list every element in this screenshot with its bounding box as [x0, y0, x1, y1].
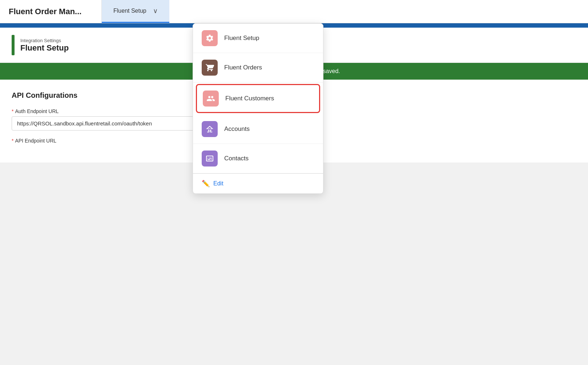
dropdown-item-fluent-orders[interactable]: Fluent Orders	[193, 53, 323, 83]
nav-item-label: Fluent Setup	[113, 8, 146, 14]
page-wrapper: Fluent Order Man... Fluent Setup ∨ Integ…	[0, 0, 588, 163]
accounts-label: Accounts	[224, 125, 250, 133]
card-icon	[202, 151, 218, 167]
fluent-setup-nav[interactable]: Fluent Setup ∨	[102, 0, 169, 23]
required-star-2: *	[12, 138, 13, 144]
dropdown-item-fluent-setup[interactable]: Fluent Setup	[193, 24, 323, 53]
person-group-icon	[203, 91, 219, 107]
dropdown-item-contacts[interactable]: Contacts	[193, 144, 323, 173]
edit-icon: ✏️	[202, 180, 210, 188]
breadcrumb: Integration Settings	[20, 38, 69, 43]
page-title: Fluent Setup	[20, 43, 69, 53]
cart-icon	[202, 60, 218, 76]
edit-row[interactable]: ✏️ Edit	[193, 174, 323, 193]
gear-icon	[202, 30, 218, 46]
required-star: *	[12, 108, 13, 114]
fluent-setup-label: Fluent Setup	[224, 35, 259, 42]
dropdown-container: Fluent Setup Fluent Orders Fluent	[193, 23, 323, 194]
fluent-orders-label: Fluent Orders	[224, 64, 262, 71]
dropdown-item-accounts[interactable]: Accounts	[193, 115, 323, 144]
green-accent-bar	[12, 35, 15, 55]
chevron-down-icon: ∨	[153, 7, 158, 15]
dropdown-menu: Fluent Setup Fluent Orders Fluent	[193, 23, 323, 194]
fluent-customers-label: Fluent Customers	[225, 95, 274, 102]
dropdown-item-fluent-customers[interactable]: Fluent Customers	[196, 84, 320, 113]
app-title: Fluent Order Man...	[0, 0, 102, 23]
edit-label: Edit	[213, 180, 223, 187]
page-header-text: Integration Settings Fluent Setup	[20, 38, 69, 53]
contacts-label: Contacts	[224, 155, 249, 162]
building-icon	[202, 121, 218, 137]
header: Fluent Order Man... Fluent Setup ∨	[0, 0, 588, 23]
